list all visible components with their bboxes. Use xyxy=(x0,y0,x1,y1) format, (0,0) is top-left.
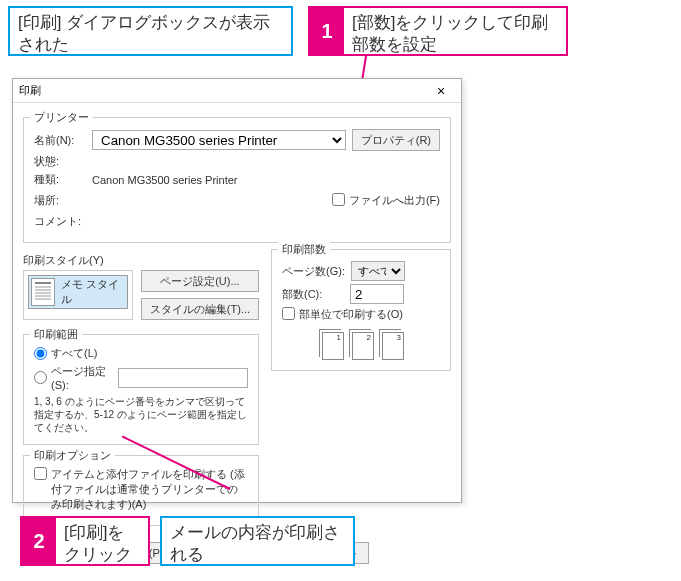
step-text-2: [印刷]をクリック xyxy=(56,518,148,564)
collate-row[interactable]: 部単位で印刷する(O) xyxy=(282,307,440,322)
pages-label: ページ数(G): xyxy=(282,264,345,279)
dialog-title: 印刷 xyxy=(19,83,427,98)
range-all-radio[interactable] xyxy=(34,347,47,360)
printer-name-select[interactable]: Canon MG3500 series Printer xyxy=(92,130,346,150)
status-label: 状態: xyxy=(34,154,86,169)
page-icon: 1 xyxy=(322,332,344,360)
range-hint: 1, 3, 6 のようにページ番号をカンマで区切って指定するか、5-12 のよう… xyxy=(34,395,248,434)
printer-name-label: 名前(N): xyxy=(34,133,86,148)
properties-button[interactable]: プロパティ(R) xyxy=(352,129,440,151)
callout-step-1: 1 [部数]をクリックして印刷部数を設定 xyxy=(308,6,568,56)
range-pages-input[interactable] xyxy=(118,368,248,388)
count-label: 部数(C): xyxy=(282,287,344,302)
titlebar: 印刷 × xyxy=(13,79,461,103)
type-value: Canon MG3500 series Printer xyxy=(92,174,238,186)
where-label: 場所: xyxy=(34,193,86,208)
print-to-file-checkbox[interactable] xyxy=(332,193,345,206)
close-icon[interactable]: × xyxy=(427,83,455,99)
copies-group-title: 印刷部数 xyxy=(278,242,330,257)
pages-select[interactable]: すべて xyxy=(351,261,405,281)
range-pages-row[interactable]: ページ指定(S): xyxy=(34,364,248,391)
printer-group-title: プリンター xyxy=(30,110,93,125)
range-all-label: すべて(L) xyxy=(51,346,97,361)
range-group-title: 印刷範囲 xyxy=(30,327,82,342)
attach-checkbox[interactable] xyxy=(34,467,47,480)
callout-dialog-appeared: [印刷] ダイアログボックスが表示された xyxy=(8,6,293,56)
print-range-group: 印刷範囲 すべて(L) ページ指定(S): 1, 3, 6 のようにページ番号を… xyxy=(23,334,259,445)
document-icon xyxy=(31,278,55,306)
style-memo-item[interactable]: メモ スタイル xyxy=(28,275,128,309)
attach-row[interactable]: アイテムと添付ファイルを印刷する (添付ファイルは通常使うプリンターでのみ印刷さ… xyxy=(34,467,248,512)
print-to-file-label: ファイルへ出力(F) xyxy=(349,193,440,208)
printer-group: プリンター 名前(N): Canon MG3500 series Printer… xyxy=(23,117,451,243)
style-memo-label: メモ スタイル xyxy=(61,277,125,307)
collate-label: 部単位で印刷する(O) xyxy=(299,307,403,322)
step-number-1: 1 xyxy=(310,8,344,54)
type-label: 種類: xyxy=(34,172,86,187)
callout-step-2: 2 [印刷]をクリック xyxy=(20,516,150,566)
page-icon: 3 xyxy=(382,332,404,360)
collate-checkbox[interactable] xyxy=(282,307,295,320)
options-group-title: 印刷オプション xyxy=(30,448,115,463)
comment-label: コメント: xyxy=(34,214,86,229)
range-all-row[interactable]: すべて(L) xyxy=(34,346,248,361)
copies-group: 印刷部数 ページ数(G):すべて 部数(C): 部単位で印刷する(O) 1 2 … xyxy=(271,249,451,371)
range-pages-radio[interactable] xyxy=(34,371,47,384)
step-number-2: 2 xyxy=(22,518,56,564)
page-icon: 2 xyxy=(352,332,374,360)
step-text-1: [部数]をクリックして印刷部数を設定 xyxy=(344,8,566,54)
print-style-label: 印刷スタイル(Y) xyxy=(23,253,259,268)
print-to-file-row[interactable]: ファイルへ出力(F) xyxy=(332,193,440,208)
attach-label: アイテムと添付ファイルを印刷する (添付ファイルは通常使うプリンターでのみ印刷さ… xyxy=(51,467,248,512)
style-edit-button[interactable]: スタイルの編集(T)... xyxy=(141,298,259,320)
print-dialog: 印刷 × プリンター 名前(N): Canon MG3500 series Pr… xyxy=(12,78,462,503)
callout-result: メールの内容が印刷される xyxy=(160,516,355,566)
page-setup-button[interactable]: ページ設定(U)... xyxy=(141,270,259,292)
range-pages-label: ページ指定(S): xyxy=(51,364,114,391)
copies-input[interactable] xyxy=(350,284,404,304)
collate-preview: 1 2 3 xyxy=(282,332,440,360)
